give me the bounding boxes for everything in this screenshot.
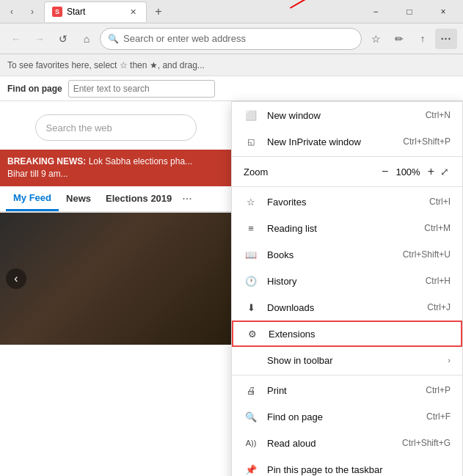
pin-taskbar-label: Pin this page to the taskbar bbox=[267, 464, 451, 475]
close-button[interactable]: × bbox=[426, 0, 460, 23]
reading-list-icon: ≡ bbox=[244, 223, 258, 234]
favbar-text: To see favorites here, select ☆ then ★, … bbox=[7, 60, 205, 70]
divider-2 bbox=[232, 186, 462, 187]
menu-item-new-window[interactable]: ⬜ New window Ctrl+N bbox=[232, 102, 462, 128]
zoom-increase-button[interactable]: + bbox=[423, 165, 439, 178]
content-hero-image: ‹ bbox=[0, 213, 231, 345]
menu-item-show-toolbar[interactable]: Show in toolbar › bbox=[232, 347, 462, 373]
print-label: Print bbox=[267, 385, 420, 396]
minimize-button[interactable]: − bbox=[359, 0, 393, 23]
tab-elections[interactable]: Elections 2019 bbox=[98, 186, 179, 211]
tabs-more-button[interactable]: ··· bbox=[182, 192, 192, 205]
downloads-icon: ⬇ bbox=[244, 302, 258, 313]
web-search-box[interactable]: Search the web bbox=[35, 114, 197, 141]
new-window-shortcut: Ctrl+N bbox=[426, 110, 451, 120]
favorites-shortcut: Ctrl+I bbox=[429, 197, 451, 207]
menu-item-extensions[interactable]: ⚙ Extensions bbox=[232, 321, 462, 347]
active-tab[interactable]: S Start ✕ bbox=[44, 1, 147, 22]
menu-item-new-inprivate[interactable]: ◱ New InPrivate window Ctrl+Shift+P bbox=[232, 128, 462, 155]
books-shortcut: Ctrl+Shift+U bbox=[403, 249, 451, 260]
find-icon: 🔍 bbox=[244, 411, 258, 422]
carousel-prev-button[interactable]: ‹ bbox=[6, 268, 26, 289]
tab-news-label: News bbox=[66, 193, 91, 204]
back-icon: ← bbox=[11, 33, 21, 45]
forward-icon: → bbox=[34, 33, 45, 45]
refresh-button[interactable]: ↺ bbox=[53, 29, 73, 49]
menu-item-downloads[interactable]: ⬇ Downloads Ctrl+J bbox=[232, 294, 462, 321]
reading-list-shortcut: Ctrl+M bbox=[424, 223, 451, 233]
history-label: History bbox=[267, 276, 420, 287]
tab-favicon: S bbox=[52, 7, 62, 17]
search-placeholder: Search the web bbox=[46, 122, 112, 133]
tab-my-feed[interactable]: My Feed bbox=[6, 186, 59, 211]
find-label: Find on page bbox=[267, 411, 420, 422]
menu-item-read-aloud[interactable]: A)) Read aloud Ctrl+Shift+G bbox=[232, 430, 462, 456]
read-aloud-icon: A)) bbox=[244, 439, 258, 447]
back-button[interactable]: ← bbox=[6, 29, 26, 49]
downloads-shortcut: Ctrl+J bbox=[427, 302, 451, 312]
print-shortcut: Ctrl+P bbox=[426, 385, 451, 395]
find-input[interactable] bbox=[68, 80, 215, 98]
show-toolbar-label: Show in toolbar bbox=[267, 355, 445, 366]
maximize-button[interactable]: □ bbox=[393, 0, 426, 23]
menu-item-favorites[interactable]: ☆ Favorites Ctrl+I bbox=[232, 188, 462, 215]
zoom-decrease-button[interactable]: − bbox=[377, 165, 393, 178]
main-area: Search the web BREAKING NEWS: Lok Sabha … bbox=[0, 101, 463, 476]
new-inprivate-label: New InPrivate window bbox=[267, 136, 397, 147]
zoom-label: Zoom bbox=[244, 166, 268, 177]
menu-item-pin-taskbar[interactable]: 📌 Pin this page to the taskbar bbox=[232, 456, 462, 476]
reading-list-label: Reading list bbox=[267, 223, 418, 234]
tab-arrow-left[interactable]: ‹ bbox=[3, 3, 21, 21]
tab-my-feed-label: My Feed bbox=[13, 192, 51, 203]
zoom-expand-button[interactable]: ⤢ bbox=[439, 166, 451, 177]
extensions-icon: ⚙ bbox=[245, 329, 260, 340]
tab-arrow-right[interactable]: › bbox=[23, 3, 41, 21]
inprivate-icon: ◱ bbox=[244, 137, 258, 147]
address-bar[interactable]: 🔍 Search or enter web address bbox=[100, 28, 362, 50]
menu-item-history[interactable]: 🕐 History Ctrl+H bbox=[232, 268, 462, 294]
read-aloud-shortcut: Ctrl+Shift+G bbox=[402, 438, 451, 448]
new-window-icon: ⬜ bbox=[244, 110, 258, 121]
content-tabs: My Feed News Elections 2019 ··· bbox=[0, 186, 231, 213]
window-controls: − □ × bbox=[359, 0, 460, 23]
menu-item-find[interactable]: 🔍 Find on page Ctrl+F bbox=[232, 403, 462, 430]
show-toolbar-arrow: › bbox=[448, 356, 451, 365]
new-inprivate-shortcut: Ctrl+Shift+P bbox=[403, 136, 451, 147]
tab-news[interactable]: News bbox=[59, 186, 98, 211]
downloads-label: Downloads bbox=[267, 302, 421, 313]
share-icon: ↑ bbox=[420, 33, 426, 44]
share-button[interactable]: ↑ bbox=[412, 29, 434, 49]
home-icon: ⌂ bbox=[84, 33, 90, 45]
tab-close-button[interactable]: ✕ bbox=[127, 6, 139, 18]
browser-content: Search the web BREAKING NEWS: Lok Sabha … bbox=[0, 101, 231, 476]
dropdown-menu: ⬜ New window Ctrl+N ◱ New InPrivate wind… bbox=[231, 101, 463, 476]
menu-item-reading-list[interactable]: ≡ Reading list Ctrl+M bbox=[232, 215, 462, 241]
menu-item-books[interactable]: 📖 Books Ctrl+Shift+U bbox=[232, 241, 462, 268]
new-tab-button[interactable]: + bbox=[150, 3, 167, 21]
pen-icon: ✏ bbox=[395, 33, 404, 45]
pen-button[interactable]: ✏ bbox=[388, 29, 410, 49]
menu-item-print[interactable]: 🖨 Print Ctrl+P bbox=[232, 377, 462, 403]
address-search-icon: 🔍 bbox=[108, 34, 119, 44]
favorites-bar: To see favorites here, select ☆ then ★, … bbox=[0, 54, 463, 76]
extensions-label: Extensions bbox=[269, 329, 449, 340]
favorites-star-button[interactable]: ☆ bbox=[365, 29, 387, 49]
breaking-news-banner: BREAKING NEWS: Lok Sabha elections pha..… bbox=[0, 150, 231, 186]
tab-title: Start bbox=[67, 7, 85, 17]
favorites-icon: ☆ bbox=[244, 197, 258, 208]
home-button[interactable]: ⌂ bbox=[76, 29, 97, 49]
titlebar-left: ‹ › S Start ✕ + bbox=[3, 1, 167, 22]
titlebar: ‹ › S Start ✕ + − □ × bbox=[0, 0, 463, 23]
divider-3 bbox=[232, 375, 462, 376]
divider-1 bbox=[232, 156, 462, 157]
forward-button[interactable]: → bbox=[29, 29, 50, 49]
read-aloud-label: Read aloud bbox=[267, 438, 396, 449]
more-button[interactable]: ··· bbox=[435, 29, 457, 49]
books-icon: 📖 bbox=[244, 249, 258, 260]
new-window-label: New window bbox=[267, 110, 420, 121]
history-icon: 🕐 bbox=[244, 276, 258, 287]
zoom-value: 100% bbox=[393, 166, 423, 177]
pin-icon: 📌 bbox=[244, 464, 258, 475]
more-icon: ··· bbox=[441, 33, 452, 45]
breaking-news-text: BREAKING NEWS: Lok Sabha elections pha..… bbox=[7, 156, 192, 179]
